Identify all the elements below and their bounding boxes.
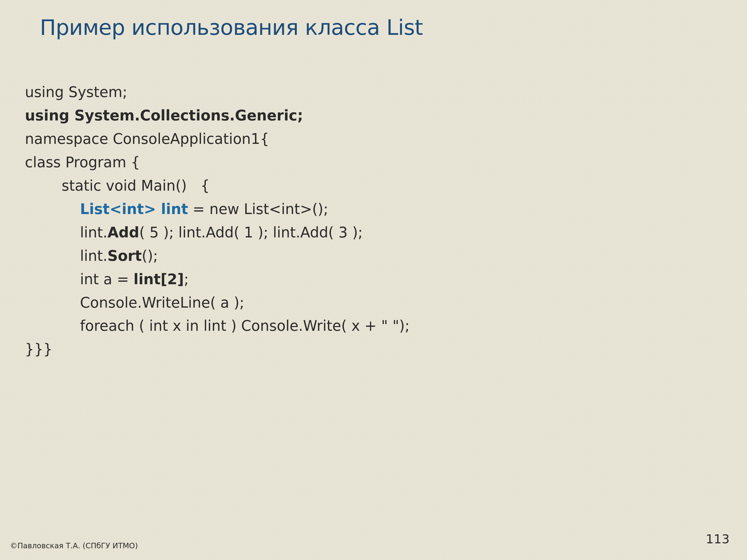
code-line-9-pre: int a = (25, 271, 133, 288)
code-line-3: namespace ConsoleApplication1{ (25, 130, 269, 148)
code-line-9-index: lint[2] (133, 271, 184, 288)
code-block: using System; using System.Collections.G… (25, 57, 722, 361)
code-line-4: class Program { (25, 154, 140, 171)
footer-copyright: ©Павловская Т.А. (СПбГУ ИТМО) (10, 541, 138, 550)
code-line-5: static void Main() { (25, 177, 210, 194)
code-line-6-indent (25, 201, 80, 217)
slide-title: Пример использования класса List (40, 15, 722, 40)
code-line-7-pre: lint. (25, 224, 107, 241)
code-line-2: using System.Collections.Generic; (25, 107, 303, 124)
code-line-9-rest: ; (184, 271, 189, 288)
code-line-12: }}} (25, 341, 53, 358)
code-line-7-rest: ( 5 ); lint.Add( 1 ); lint.Add( 3 ); (139, 224, 363, 241)
code-line-11: foreach ( int x in lint ) Console.Write(… (25, 317, 410, 334)
code-line-8-sort: Sort (107, 247, 142, 264)
code-line-6-decl: List<int> lint (80, 201, 188, 217)
code-line-10: Console.WriteLine( a ); (25, 294, 244, 311)
code-line-8-rest: (); (142, 247, 158, 264)
code-line-1: using System; (25, 84, 127, 101)
code-line-6-rest: = new List<int>(); (188, 201, 328, 217)
footer-page-number: 113 (706, 532, 729, 546)
code-line-7-add: Add (107, 224, 139, 241)
code-line-8-pre: lint. (25, 247, 107, 264)
slide: Пример использования класса List using S… (0, 0, 747, 560)
